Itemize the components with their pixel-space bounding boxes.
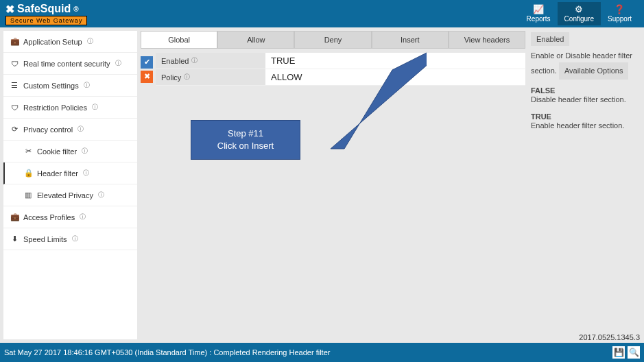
option-false-desc: Disable header filter section. bbox=[531, 95, 639, 105]
sidebar-item-realtime-security[interactable]: 🛡 Real time content security ⓘ bbox=[3, 53, 137, 75]
wrench-icon: ✖ bbox=[5, 3, 14, 16]
reports-icon: 📈 bbox=[527, 5, 551, 14]
option-true-title: TRUE bbox=[531, 112, 639, 121]
info-icon: ⓘ bbox=[84, 81, 90, 90]
brand-tagline: Secure Web Gateway bbox=[5, 16, 87, 25]
cut-icon: ✂ bbox=[24, 147, 32, 156]
reports-label: Reports bbox=[527, 15, 551, 23]
info-icon: ⓘ bbox=[80, 213, 86, 221]
shield-icon: 🛡 bbox=[10, 60, 19, 68]
main-layout: 💼 Application Setup ⓘ 🛡 Real time conten… bbox=[0, 27, 644, 343]
support-label: Support bbox=[608, 15, 632, 23]
search-icon[interactable]: 🔍 bbox=[628, 346, 640, 359]
sidebar-item-label: Restriction Policies bbox=[23, 104, 87, 112]
brand-name: SafeSquid bbox=[17, 3, 71, 15]
available-options-button[interactable]: Available Options bbox=[559, 62, 628, 80]
info-icon: ⓘ bbox=[82, 147, 88, 156]
briefcase-icon: 💼 bbox=[10, 213, 19, 221]
sidebar-item-label: Real time content security bbox=[23, 60, 110, 68]
sidebar-item-restriction-policies[interactable]: 🛡 Restriction Policies ⓘ bbox=[3, 97, 137, 119]
kv-key-label: Policy bbox=[161, 73, 181, 82]
brand-logo: ✖ SafeSquid® Secure Web Gateway bbox=[5, 3, 87, 25]
callout-line2: Click on Insert bbox=[195, 140, 296, 152]
brand-registered: ® bbox=[73, 5, 78, 13]
info-icon: ⓘ bbox=[184, 73, 190, 82]
download-icon: ⬇ bbox=[10, 234, 19, 243]
briefcase-icon: 💼 bbox=[10, 37, 19, 46]
info-icon: ⓘ bbox=[92, 103, 98, 112]
help-description: Enable or Disable header filter section.… bbox=[531, 50, 639, 80]
sidebar-item-label: Custom Settings bbox=[23, 82, 79, 90]
support-icon: ❓ bbox=[608, 5, 632, 14]
footer-actions: 💾 🔍 bbox=[612, 346, 640, 359]
list-icon: ☰ bbox=[10, 81, 19, 90]
option-true-desc: Enable header filter section. bbox=[531, 121, 639, 131]
info-icon: ⓘ bbox=[115, 59, 121, 68]
sidebar-item-header-filter[interactable]: 🔒 Header filter ⓘ bbox=[3, 162, 137, 184]
build-number: 2017.0525.1345.3 bbox=[579, 333, 640, 341]
sidebar-item-label: Elevated Privacy bbox=[37, 191, 93, 200]
tutorial-callout: Step #11 Click on Insert bbox=[191, 120, 300, 160]
support-button[interactable]: ❓ Support bbox=[601, 2, 639, 25]
callout-line1: Step #11 bbox=[195, 128, 296, 140]
sidebar-item-custom-settings[interactable]: ☰ Custom Settings ⓘ bbox=[3, 75, 137, 97]
sidebar-item-cookie-filter[interactable]: ✂ Cookie filter ⓘ bbox=[3, 141, 137, 162]
help-panel: Enabled Enable or Disable header filter … bbox=[529, 31, 641, 339]
sidebar-item-label: Cookie filter bbox=[37, 147, 77, 156]
kv-key-label: Enabled bbox=[161, 57, 189, 65]
tab-label: Global bbox=[168, 36, 190, 44]
row-action-icons: ✔ ✖ bbox=[141, 56, 153, 83]
configure-icon: ⚙ bbox=[564, 5, 594, 14]
sidebar-item-label: Speed Limits bbox=[23, 235, 67, 243]
sidebar: 💼 Application Setup ⓘ 🛡 Real time conten… bbox=[3, 31, 137, 339]
check-icon: ✔ bbox=[144, 58, 150, 67]
configure-button[interactable]: ⚙ Configure bbox=[558, 2, 601, 25]
info-icon: ⓘ bbox=[83, 169, 89, 178]
option-false-title: FALSE bbox=[531, 86, 639, 95]
lock-icon: 🔒 bbox=[24, 169, 32, 178]
bars-icon: ▥ bbox=[24, 191, 32, 200]
status-text: Sat May 27 2017 18:46:16 GMT+0530 (India… bbox=[4, 348, 330, 357]
header-actions: 📈 Reports ⚙ Configure ❓ Support bbox=[520, 2, 639, 25]
app-header: ✖ SafeSquid® Secure Web Gateway 📈 Report… bbox=[0, 0, 644, 27]
save-icon[interactable]: 💾 bbox=[612, 346, 625, 359]
tab-view-headers[interactable]: View headers bbox=[449, 31, 525, 49]
info-icon: ⓘ bbox=[98, 191, 104, 200]
sidebar-item-access-profiles[interactable]: 💼 Access Profiles ⓘ bbox=[3, 206, 137, 228]
shield-icon: 🛡 bbox=[10, 104, 19, 112]
sidebar-item-label: Application Setup bbox=[23, 38, 82, 46]
configure-label: Configure bbox=[564, 15, 594, 23]
delete-button[interactable]: ✖ bbox=[141, 71, 153, 83]
sidebar-item-label: Privacy control bbox=[23, 125, 73, 134]
sidebar-item-label: Header filter bbox=[37, 169, 78, 178]
close-icon: ✖ bbox=[144, 72, 150, 81]
sidebar-item-label: Access Profiles bbox=[23, 213, 75, 221]
info-icon: ⓘ bbox=[87, 37, 93, 46]
tab-global[interactable]: Global bbox=[141, 31, 217, 49]
help-badge[interactable]: Enabled bbox=[531, 32, 569, 46]
sidebar-item-speed-limits[interactable]: ⬇ Speed Limits ⓘ bbox=[3, 228, 137, 250]
status-bar: Sat May 27 2017 18:46:16 GMT+0530 (India… bbox=[0, 343, 644, 362]
sidebar-item-privacy-control[interactable]: ⟳ Privacy control ⓘ bbox=[3, 119, 137, 141]
info-icon: ⓘ bbox=[72, 234, 78, 243]
sidebar-item-elevated-privacy[interactable]: ▥ Elevated Privacy ⓘ bbox=[3, 184, 137, 206]
content-area: Global Allow Deny Insert View headers ✔ … bbox=[137, 27, 644, 343]
info-icon: ⓘ bbox=[77, 125, 84, 134]
refresh-icon: ⟳ bbox=[10, 125, 19, 134]
svg-marker-0 bbox=[331, 36, 427, 149]
sidebar-item-application-setup[interactable]: 💼 Application Setup ⓘ bbox=[3, 31, 137, 53]
tab-label: View headers bbox=[464, 36, 510, 44]
info-icon: ⓘ bbox=[191, 56, 198, 65]
reports-button[interactable]: 📈 Reports bbox=[520, 2, 558, 25]
edit-button[interactable]: ✔ bbox=[141, 56, 153, 69]
